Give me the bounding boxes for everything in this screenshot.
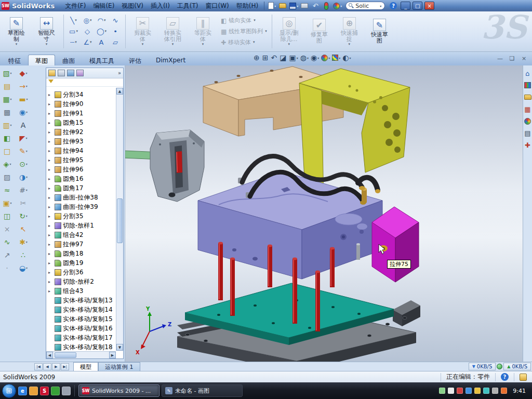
- view-tool-button[interactable]: ◐ ▾: [342, 54, 351, 62]
- tree-item[interactable]: ▸ 分割34: [47, 90, 115, 99]
- tool-button[interactable]: ✎ ▾: [17, 144, 30, 157]
- tree-item[interactable]: ▸ 拉伸91: [47, 109, 115, 118]
- manager-tab-icon[interactable]: [67, 70, 74, 76]
- titlebar-tool-button[interactable]: ▾: [289, 2, 298, 10]
- view-tool-button[interactable]: ▾: [321, 55, 330, 61]
- tool-button[interactable]: □: [1, 144, 14, 157]
- tool-button[interactable]: ▧ ▾: [1, 66, 14, 79]
- view-tool-button[interactable]: ⊞: [262, 54, 269, 62]
- scrollbar-thumb[interactable]: [117, 198, 123, 243]
- tool-button[interactable]: ↗: [1, 248, 14, 261]
- tool-button[interactable]: ×: [1, 222, 14, 235]
- vcr-button[interactable]: |◀: [34, 363, 43, 370]
- expand-arrow-icon[interactable]: ▸: [48, 139, 53, 144]
- sketch-tool-button[interactable]: ╲ ▾: [66, 15, 81, 26]
- quick-launch-icon[interactable]: [62, 387, 71, 395]
- sketch-tool-button[interactable]: A: [95, 37, 109, 48]
- sketch-tool-button[interactable]: ▭ ▾: [66, 26, 81, 37]
- expand-arrow-icon[interactable]: ▸: [48, 214, 53, 219]
- sketch-tool-button[interactable]: ◎ ▾: [81, 15, 95, 26]
- tool-button[interactable]: ◒ ▾: [17, 261, 30, 274]
- tool-button[interactable]: ✱ ▾: [17, 235, 30, 248]
- sketch-tool-button[interactable]: ◇: [81, 26, 95, 37]
- tree-item[interactable]: ▸ 圆角15: [47, 118, 115, 127]
- tree-item[interactable]: 实体-移动/复制15: [47, 314, 115, 324]
- search-input[interactable]: [355, 3, 378, 9]
- quick-launch-icon[interactable]: [29, 387, 38, 395]
- tool-button[interactable]: → ▾: [17, 79, 30, 92]
- graphics-viewport[interactable]: Y X Z 拉伸75: [125, 65, 523, 362]
- sketch-tool-button[interactable]: ∠ ▾: [81, 37, 95, 48]
- tree-item[interactable]: ▸ 拉伸93: [47, 137, 115, 146]
- menu-item[interactable]: 工具(T): [174, 1, 202, 11]
- tool-button[interactable]: ∿: [1, 235, 14, 248]
- tree-item[interactable]: ▸ 切除-放样1: [47, 221, 115, 230]
- expand-arrow-icon[interactable]: ▸: [48, 261, 53, 265]
- expand-arrow-icon[interactable]: ▸: [48, 177, 53, 181]
- command-button[interactable]: ◧ 镜向实体 ▾: [219, 16, 269, 25]
- tree-item[interactable]: ▸ 圆角19: [47, 258, 115, 268]
- commandmanager-tab[interactable]: DimXpert: [149, 55, 193, 65]
- tree-filter-row[interactable]: [46, 78, 123, 87]
- expand-arrow-icon[interactable]: ▸: [48, 111, 53, 116]
- view-tool-button[interactable]: ⊕: [254, 54, 260, 62]
- start-button[interactable]: ⊞: [2, 384, 16, 398]
- taskbar-window-button[interactable]: SW SolidWorks 2009 - ...: [78, 384, 159, 397]
- tree-item[interactable]: 实体-移动/复制17: [47, 333, 115, 342]
- menu-item[interactable]: 文件(F): [62, 1, 89, 11]
- titlebar-tool-button[interactable]: [278, 2, 287, 10]
- tree-item[interactable]: ▸ 曲面-拉伸39: [47, 202, 115, 211]
- menu-item[interactable]: 视图(V): [118, 1, 147, 11]
- menu-item[interactable]: 插入(I): [148, 1, 173, 11]
- tree-item[interactable]: ▸ 组合42: [47, 230, 115, 240]
- tree-item[interactable]: ▸ 分割36: [47, 268, 115, 277]
- quick-launch-icon[interactable]: e: [18, 387, 27, 395]
- view-tool-button[interactable]: ◍ ▾: [300, 54, 309, 62]
- command-button[interactable]: ✎ 快速草图: [365, 13, 394, 50]
- model-clamp-block[interactable]: [150, 130, 204, 202]
- command-button[interactable]: ✎ 草图绘制 ▾: [2, 13, 31, 50]
- tool-button[interactable]: ≈: [1, 183, 14, 196]
- sketch-tool-button[interactable]: ┄ ▾: [66, 37, 81, 48]
- tree-item[interactable]: ▸ 拉伸95: [47, 155, 115, 165]
- expand-arrow-icon[interactable]: ▸: [48, 223, 53, 228]
- tool-button[interactable]: ↖: [17, 222, 30, 235]
- task-pane-button[interactable]: ▦: [524, 105, 531, 113]
- command-button[interactable]: ✂ 剪裁实体 ▾: [128, 13, 157, 50]
- taskbar-window-button[interactable]: ✎ 未命名 - 画图: [162, 384, 243, 397]
- view-tool-button[interactable]: ◪: [280, 54, 287, 62]
- titlebar-tool-button[interactable]: [322, 2, 331, 10]
- task-pane-button[interactable]: [524, 82, 531, 89]
- expand-arrow-icon[interactable]: ▸: [48, 280, 53, 284]
- commandmanager-tab[interactable]: 草图: [28, 55, 55, 65]
- view-tool-button[interactable]: ▣ ▾: [289, 54, 298, 62]
- overflow-chevron-icon[interactable]: »: [118, 70, 121, 76]
- scroll-up-icon[interactable]: ▲: [116, 88, 123, 95]
- tool-button[interactable]: ▣ ▾: [1, 196, 14, 209]
- expand-arrow-icon[interactable]: ▸: [48, 233, 53, 237]
- expand-arrow-icon[interactable]: ▸: [48, 102, 53, 107]
- vcr-button[interactable]: ▶: [52, 363, 60, 370]
- menu-item[interactable]: 编辑(E): [90, 1, 117, 11]
- tool-button[interactable]: ·: [1, 261, 14, 274]
- expand-arrow-icon[interactable]: ▸: [48, 121, 53, 125]
- document-window-button[interactable]: ×: [520, 55, 528, 62]
- tool-button[interactable]: ◤ ▾: [17, 131, 30, 144]
- commandmanager-tab[interactable]: 曲面: [55, 55, 82, 65]
- expand-arrow-icon[interactable]: ▸: [48, 92, 53, 97]
- tree-item[interactable]: ▸ 拉伸96: [47, 165, 115, 174]
- tool-button[interactable]: ▥ ▾: [1, 118, 14, 131]
- task-pane-button[interactable]: [524, 94, 531, 101]
- window-control-button[interactable]: □: [413, 2, 422, 10]
- tree-item[interactable]: ▸ 拉伸94: [47, 146, 115, 155]
- tree-item[interactable]: 实体-移动/复制13: [47, 296, 115, 305]
- tool-button[interactable]: ∴: [17, 248, 30, 261]
- menu-item[interactable]: 窗口(W): [203, 1, 232, 11]
- tray-icon[interactable]: [483, 388, 489, 394]
- tray-icon[interactable]: [501, 388, 507, 394]
- scroll-left-icon[interactable]: ◀: [46, 352, 53, 358]
- tray-icon[interactable]: [457, 388, 463, 394]
- search-box[interactable]: ▾: [345, 2, 385, 10]
- tool-button[interactable]: ▦ ▾: [1, 92, 14, 105]
- expand-arrow-icon[interactable]: ▸: [48, 242, 53, 247]
